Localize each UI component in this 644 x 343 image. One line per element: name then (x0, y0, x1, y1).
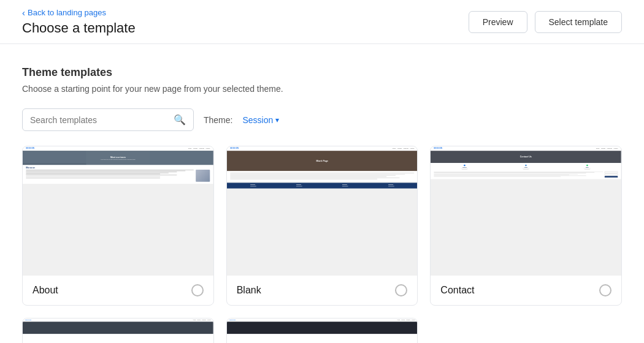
search-input[interactable] (30, 115, 169, 125)
template-footer-blank: Blank (227, 275, 418, 305)
filter-row: 🔍 Theme: Session (22, 108, 622, 131)
theme-dropdown[interactable]: Session (242, 115, 279, 125)
top-bar: Back to landing pages Choose a template … (0, 0, 644, 44)
theme-label: Theme: (204, 115, 232, 125)
template-select-radio-about[interactable] (191, 284, 204, 296)
templates-grid: SESSION StudioClassesScheduleContact Mee… (22, 146, 622, 306)
template-name-contact: Contact (440, 285, 474, 296)
template-select-radio-contact[interactable] (599, 284, 611, 296)
template-card-bottom-2[interactable]: SESSION StudioClassesScheduleContact (226, 318, 418, 343)
search-box[interactable]: 🔍 (22, 108, 194, 131)
main-content: Theme templates Choose a starting point … (0, 44, 644, 343)
page-title: Choose a template (22, 20, 136, 36)
preview-button[interactable]: Preview (469, 11, 527, 33)
back-link[interactable]: Back to landing pages (22, 7, 136, 18)
template-card-contact[interactable]: SESSION StudioClassesScheduleContact Con… (430, 146, 622, 306)
template-card-bottom-1[interactable]: SESSION StudioClassesScheduleContact (22, 318, 214, 343)
template-card-about[interactable]: SESSION StudioClassesScheduleContact Mee… (22, 146, 214, 306)
template-card-blank[interactable]: SESSION StudioClassesScheduleContact Bla… (226, 146, 418, 306)
template-preview-about: SESSION StudioClassesScheduleContact Mee… (23, 146, 213, 275)
section-description: Choose a starting point for your new pag… (22, 84, 622, 94)
top-bar-right: Preview Select template (469, 11, 622, 33)
template-preview-bottom-2: SESSION StudioClassesScheduleContact (227, 318, 418, 343)
template-preview-contact: SESSION StudioClassesScheduleContact Con… (431, 146, 621, 275)
template-name-blank: Blank (237, 285, 261, 296)
template-preview-bottom-1: SESSION StudioClassesScheduleContact (23, 318, 213, 343)
template-footer-contact: Contact (431, 275, 621, 305)
top-bar-left: Back to landing pages Choose a template (22, 7, 136, 36)
template-select-radio-blank[interactable] (395, 284, 407, 296)
template-name-about: About (33, 285, 58, 296)
templates-grid-bottom: SESSION StudioClassesScheduleContact SES… (22, 318, 622, 343)
template-footer-about: About (23, 275, 213, 305)
search-icon: 🔍 (174, 114, 186, 126)
template-preview-blank: SESSION StudioClassesScheduleContact Bla… (227, 146, 418, 275)
select-template-button[interactable]: Select template (535, 11, 623, 33)
section-title: Theme templates (22, 66, 622, 79)
